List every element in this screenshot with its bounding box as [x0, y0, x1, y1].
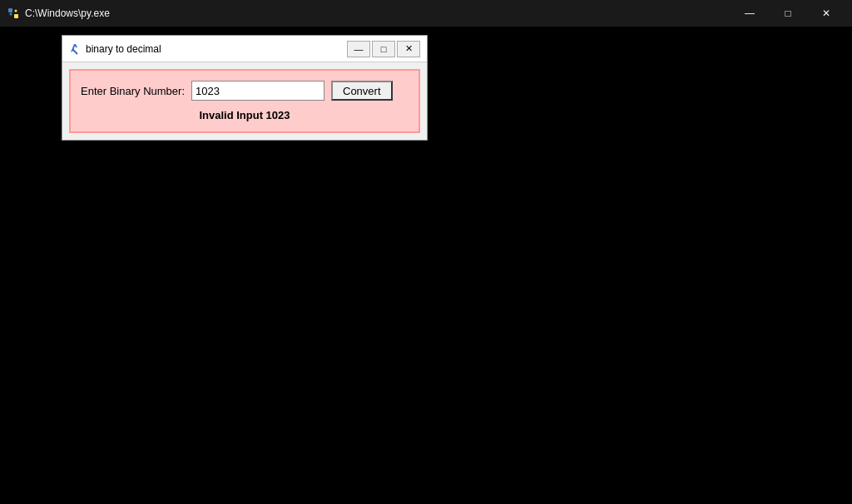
- os-titlebar-left: C:\Windows\py.exe: [7, 7, 110, 20]
- os-title: C:\Windows\py.exe: [25, 7, 110, 19]
- os-minimize-button[interactable]: —: [731, 0, 769, 27]
- dialog-titlebar-left: binary to decimal: [67, 42, 161, 56]
- svg-rect-0: [8, 8, 12, 12]
- dialog-content-area: Enter Binary Number: Convert Invalid Inp…: [69, 69, 420, 133]
- os-titlebar-controls: — □ ✕: [731, 0, 845, 27]
- svg-point-3: [15, 10, 17, 12]
- dialog-title: binary to decimal: [86, 43, 161, 55]
- dialog-titlebar-controls: — □ ✕: [347, 41, 420, 57]
- binary-input-label: Enter Binary Number:: [81, 85, 185, 97]
- dialog-maximize-button[interactable]: □: [372, 41, 395, 57]
- dialog-titlebar: binary to decimal — □ ✕: [62, 36, 427, 62]
- os-maximize-button[interactable]: □: [769, 0, 807, 27]
- os-titlebar: C:\Windows\py.exe — □ ✕: [0, 0, 852, 27]
- svg-point-2: [10, 13, 12, 16]
- os-close-button[interactable]: ✕: [807, 0, 845, 27]
- convert-button[interactable]: Convert: [331, 81, 393, 101]
- error-message: Invalid Input 1023: [199, 109, 290, 121]
- dialog-app-icon: [67, 42, 81, 56]
- error-row: Invalid Input 1023: [81, 109, 409, 121]
- svg-rect-1: [14, 14, 18, 18]
- binary-input[interactable]: [191, 81, 324, 101]
- python-icon: [7, 7, 20, 20]
- dialog-close-button[interactable]: ✕: [397, 41, 420, 57]
- dialog-window: binary to decimal — □ ✕ Enter Binary Num…: [62, 35, 428, 141]
- dialog-minimize-button[interactable]: —: [347, 41, 370, 57]
- input-row: Enter Binary Number: Convert: [81, 81, 409, 101]
